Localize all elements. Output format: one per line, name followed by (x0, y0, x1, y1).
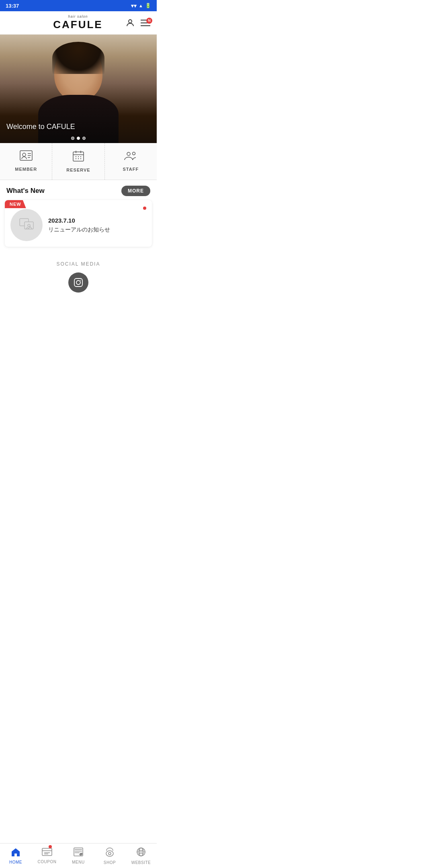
reserve-label: RESERVE (66, 168, 90, 172)
signal-icon: ▲ (139, 3, 143, 8)
hero-dot-2[interactable] (77, 137, 80, 140)
news-date: 2023.7.10 (48, 217, 146, 224)
logo-title: CAFULE (53, 18, 102, 31)
staff-label: STAFF (123, 167, 139, 172)
reserve-link[interactable]: RESERVE (52, 143, 104, 180)
svg-point-19 (127, 152, 130, 156)
social-icons-row (68, 272, 88, 293)
whats-new-header: What's New MORE (0, 180, 157, 200)
app-header: hair salon CAFULE N (0, 11, 157, 35)
svg-point-0 (129, 20, 132, 23)
news-content: 2023.7.10 リニューアルのお知らせ (48, 217, 146, 233)
svg-point-5 (23, 153, 26, 156)
whats-new-title: What's New (6, 187, 45, 195)
member-label: MEMBER (15, 167, 37, 172)
social-media-title: SOCIAL MEDIA (57, 261, 100, 267)
member-icon (20, 150, 33, 164)
instagram-button[interactable] (68, 272, 88, 293)
status-time: 13:37 (6, 3, 19, 9)
hero-dot-3[interactable] (82, 137, 86, 140)
menu-button[interactable]: N (141, 19, 150, 27)
svg-point-26 (80, 280, 81, 281)
social-media-section: SOCIAL MEDIA (0, 253, 157, 301)
hero-hair (52, 42, 104, 74)
logo-subtitle: hair salon (68, 14, 88, 18)
logo-container: hair salon CAFULE (31, 14, 125, 31)
status-icons: ▾▾ ▲ 🔋 (131, 3, 151, 9)
news-unread-dot (143, 207, 146, 210)
svg-point-25 (76, 280, 80, 285)
hero-dot-1[interactable] (71, 137, 74, 140)
hero-welcome-text: Welcome to CAFULE (6, 123, 75, 131)
more-button[interactable]: MORE (121, 186, 150, 196)
hero-section: Welcome to CAFULE (0, 35, 157, 143)
hero-body (38, 95, 119, 143)
svg-point-20 (133, 152, 135, 155)
staff-link[interactable]: STAFF (105, 143, 157, 180)
quick-links-bar: MEMBER RESERVE (0, 143, 157, 180)
wifi-icon: ▾▾ (131, 3, 137, 9)
instagram-icon (74, 278, 83, 287)
header-actions: N (125, 18, 150, 28)
svg-rect-24 (74, 278, 82, 287)
status-bar: 13:37 ▾▾ ▲ 🔋 (0, 0, 157, 11)
news-image-placeholder (19, 218, 34, 232)
news-title: リニューアルのお知らせ (48, 226, 146, 233)
reserve-icon (73, 150, 84, 164)
news-card[interactable]: NEW 2023.7.10 リニューアルのお知らせ (5, 200, 152, 247)
staff-icon (123, 150, 138, 164)
profile-icon (125, 18, 135, 28)
menu-notification-badge: N (146, 18, 152, 24)
news-thumbnail (10, 209, 43, 241)
battery-icon: 🔋 (145, 3, 151, 8)
news-badge: NEW (5, 200, 26, 208)
profile-button[interactable] (125, 18, 135, 28)
hero-dots-container (71, 137, 86, 140)
member-link[interactable]: MEMBER (0, 143, 52, 180)
